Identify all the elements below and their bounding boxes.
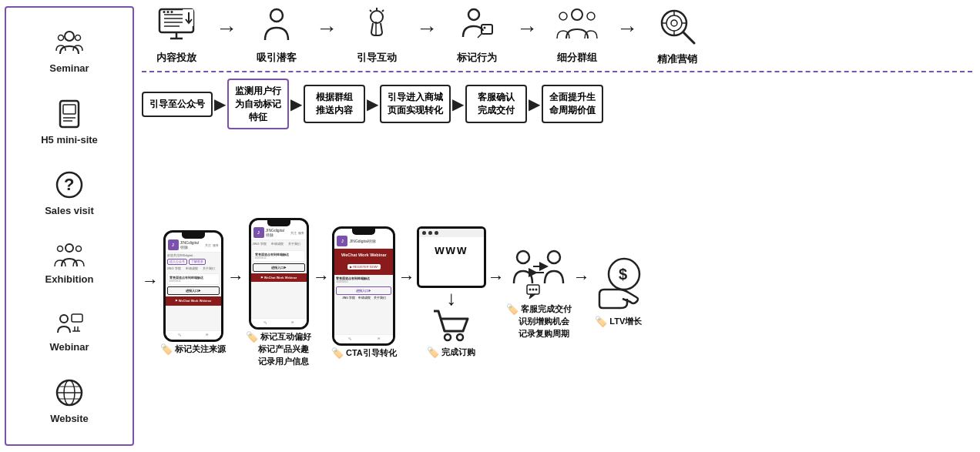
phone1-header: J JINGdigital径脉 关注服务 (166, 239, 221, 253)
tag5c-text: 记录复购周期 (519, 328, 569, 340)
svg-text:?: ? (64, 175, 74, 194)
tag4-text: 完成订购 (441, 347, 475, 358)
tag2a-text: 标记互动偏好 (260, 331, 311, 343)
sidebar: Seminar H5 mini-site ? Sales visit (5, 6, 134, 446)
shopping-cart-icon (431, 308, 472, 345)
www-tags: 🏷️ 完成订购 (427, 347, 475, 358)
phone1-content: 欢迎关注JINGdigital... 进入公众号 了解更多 JING 学院申请成… (166, 253, 221, 273)
svg-point-2 (76, 35, 81, 41)
svg-point-43 (587, 12, 595, 20)
svg-point-10 (58, 246, 63, 251)
h5minisite-label: H5 mini-site (41, 134, 98, 146)
flow-step-jingzhunying: 精准营销 (643, 6, 712, 66)
svg-point-33 (371, 11, 383, 23)
tag2b-text: 标记产品兴趣 (258, 343, 309, 355)
phone3-content: 零售渠道点有到终端触达 2020/03/15 (334, 275, 393, 285)
phone2-banner: ⚑ WeChat Work Webinar (251, 273, 307, 283)
sidebar-item-website[interactable]: Website (50, 375, 89, 427)
svg-point-32 (270, 9, 283, 22)
process-quanmian: 全面提升生命周期价值 (542, 85, 603, 123)
www-text: www (435, 243, 468, 257)
arrow-2: → (316, 16, 337, 56)
svg-point-59 (529, 289, 532, 291)
left-entry-arrow: → (142, 271, 159, 291)
flow-step-biaojihanwei: 标记行为 (442, 8, 512, 65)
phone2-content: JING 学院申请成院关于我们 (251, 240, 307, 249)
arrow-b1: → (227, 267, 244, 318)
arrow-b5: → (573, 267, 590, 318)
mid-flow: 引导至公众号 ▶ 监测用户行为自动标记特征 ▶ 根据群组推送内容 ▶ 引导进入商… (142, 79, 972, 129)
dot3 (435, 231, 438, 235)
arrow-1: → (216, 16, 237, 56)
svg-line-35 (382, 10, 384, 12)
svg-point-46 (671, 20, 677, 26)
website-label: Website (50, 413, 89, 424)
process-jiance: 监测用户行为自动标记特征 (227, 79, 289, 129)
sidebar-item-sales-visit[interactable]: ? Sales visit (45, 167, 94, 219)
arrow-4: → (516, 16, 538, 56)
step-label-yindaohudong: 引导互动 (357, 51, 397, 65)
mid-arrow-5: ▶ (529, 95, 540, 113)
money-col: $ 🏷️ LTV增长 (592, 257, 646, 327)
tag3-icon: 🏷️ (331, 347, 344, 359)
dot2 (428, 231, 432, 235)
phone3-header: J JINGdigital径脉 (334, 235, 393, 249)
phone1-notch (182, 233, 205, 239)
svg-text:$: $ (619, 266, 627, 283)
arrow-b4: → (488, 267, 505, 318)
people-col: 🏷️ 客服完成交付 识别增购机会 记录复购周期 (506, 245, 572, 340)
mid-arrow-3: ▶ (367, 95, 378, 113)
arrow-3: → (416, 16, 438, 56)
step-label-yiyinqiankehao: 吸引潜客 (257, 51, 297, 65)
sidebar-item-exhibition[interactable]: Exhibition (45, 239, 94, 288)
step-label-biaojihanwei: 标记行为 (457, 51, 497, 65)
down-arrow-icon: ↓ (446, 288, 456, 308)
phone2-header: J JINGdigital径脉 关注服务 (251, 226, 307, 240)
people-service-icon (508, 245, 569, 302)
svg-point-11 (76, 246, 82, 251)
phone3-mockup: J JINGdigital径脉 WeChat Work Webinar ▶ RE… (332, 226, 395, 346)
tag2c-text: 记录用户信息 (258, 356, 309, 367)
sidebar-item-webinar[interactable]: Webinar (49, 306, 89, 356)
phone1-bottom-nav: 🔍✉ (166, 330, 221, 340)
process-kefu: 客服确认完成交付 (465, 85, 527, 123)
step-label-neirongtoufa: 内容投放 (156, 51, 196, 65)
step-label-xifenqunzu: 细分群组 (557, 51, 597, 65)
phone1-screen: J JINGdigital径脉 关注服务 欢迎关注JINGdigital... … (166, 239, 221, 330)
svg-point-54 (517, 251, 529, 263)
svg-point-1 (59, 35, 64, 41)
svg-point-60 (532, 289, 535, 291)
phone2-notch (267, 220, 290, 226)
phone1-mockup: J JINGdigital径脉 关注服务 欢迎关注JINGdigital... … (163, 230, 223, 342)
svg-line-36 (370, 10, 371, 12)
www-group: www ↓ (417, 226, 486, 345)
webinar-icon (55, 310, 84, 340)
tag6-text: LTV增长 (609, 316, 642, 327)
svg-point-9 (65, 244, 73, 252)
phone2-mockup: J JINGdigital径脉 关注服务 JING 学院申请成院关于我们 零售渠… (249, 218, 309, 330)
flow-step-neirongtoufa: 内容投放 (142, 8, 211, 65)
svg-point-40 (484, 27, 486, 29)
phone1-banner: ⚑ WeChat Work Webinar (166, 296, 221, 306)
tag1-icon: 🏷️ (160, 343, 173, 355)
step-label-jingzhunying: 精准营销 (657, 52, 697, 66)
arrow-b2: → (313, 267, 330, 318)
mid-arrow-2: ▶ (290, 95, 302, 113)
sidebar-item-seminar[interactable]: Seminar (49, 25, 89, 77)
arrow-5: → (616, 16, 638, 56)
mid-arrow-4: ▶ (452, 95, 464, 113)
exhibition-label: Exhibition (45, 273, 94, 285)
www-col: www ↓ 🏷️ 完成订购 (417, 226, 486, 358)
tag1-text: 标记关注来源 (175, 343, 226, 355)
process-genque: 根据群组推送内容 (304, 85, 365, 123)
phone2-logo: J (253, 227, 264, 238)
flow-step-yiyinqiankehao: 吸引潜客 (242, 8, 311, 65)
phone3-bottom-links: JING 学院申请成院关于我们 (336, 296, 391, 300)
phone1-tags: 🏷️ 标记关注来源 (160, 343, 226, 355)
sales-visit-label: Sales visit (45, 205, 94, 216)
sidebar-item-h5minisite[interactable]: H5 mini-site (41, 96, 98, 149)
svg-point-45 (666, 15, 682, 31)
phone2-bottom-nav: 🔍✉ (251, 318, 307, 327)
svg-point-30 (167, 11, 169, 13)
svg-point-42 (559, 12, 567, 20)
